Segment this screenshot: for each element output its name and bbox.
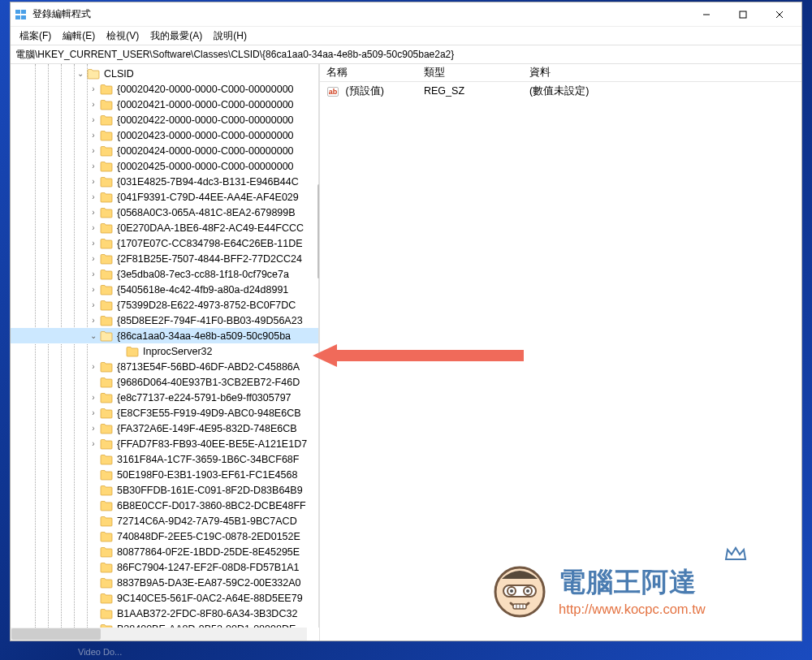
tree-node[interactable]: ›{8713E54F-56BD-46DF-ABD2-C45886A — [11, 359, 319, 374]
tree-node[interactable]: B1AAB372-2FDC-8F80-6A34-3B3DC32 — [11, 606, 319, 621]
tree-toggle[interactable]: ⌄ — [74, 69, 87, 78]
tree-node[interactable]: ›{00020425-0000-0000-C000-00000000 — [11, 158, 319, 174]
tree-node[interactable]: ›{031E4825-7B94-4dc3-B131-E946B44C — [11, 174, 319, 189]
tree-toggle[interactable]: › — [87, 115, 100, 124]
tree-toggle[interactable]: › — [87, 177, 100, 186]
tree-node[interactable]: ›{00020424-0000-0000-C000-00000000 — [11, 143, 319, 158]
tree-toggle[interactable]: › — [87, 84, 100, 93]
tree-node[interactable]: ›{041F9391-C79D-44EE-AA4E-AF4E029 — [11, 189, 319, 205]
tree-toggle[interactable]: › — [87, 393, 100, 402]
tree-label: {FFAD7F83-FB93-40EE-BE5E-A121E1D7 — [115, 438, 309, 450]
tree-toggle[interactable]: › — [87, 162, 100, 170]
tree-toggle[interactable]: › — [87, 254, 100, 263]
tree-toggle[interactable]: › — [87, 300, 100, 309]
folder-icon — [100, 500, 113, 511]
tree-node[interactable]: ›{00020423-0000-0000-C000-00000000 — [11, 127, 319, 143]
tree-node[interactable]: ›{00020422-0000-0000-C000-00000000 — [11, 112, 319, 127]
tree-node[interactable]: 6B8E0CCF-D017-3860-8BC2-DCBE48FF — [11, 498, 319, 513]
tree-node[interactable]: 80877864-0F2E-1BDD-25DE-8E45295E — [11, 544, 319, 559]
tree-node[interactable]: ›{FFAD7F83-FB93-40EE-BE5E-A121E1D7 — [11, 436, 319, 451]
tree-label: 5B30FFDB-161E-C091-8F2D-D83B64B9 — [115, 485, 304, 496]
folder-icon — [100, 438, 113, 450]
tree-node[interactable]: ›{3e5dba08-7ec3-cc88-1f18-0cf79ce7a — [11, 266, 319, 282]
col-type[interactable]: 類型 — [417, 66, 523, 80]
tree-toggle[interactable]: › — [87, 408, 100, 417]
tree-node[interactable]: ›{FA372A6E-149F-4E95-832D-748E6CB — [11, 421, 319, 436]
tree-label: 86FC7904-1247-EF2F-08D8-FD57B1A1 — [115, 562, 300, 573]
vertical-scrollbar-thumb[interactable] — [317, 184, 320, 278]
cell-type: REG_SZ — [417, 85, 523, 97]
tree-toggle[interactable]: › — [87, 100, 100, 109]
tree-node[interactable]: ›{e8c77137-e224-5791-b6e9-ff0305797 — [11, 390, 319, 405]
menu-view[interactable]: 檢視(V) — [101, 28, 145, 45]
tree-toggle[interactable]: › — [87, 208, 100, 217]
tree-toggle[interactable]: ⌄ — [87, 331, 100, 340]
tree-toggle[interactable]: › — [87, 424, 100, 433]
tree-node-selected[interactable]: ⌄{86ca1aa0-34aa-4e8b-a509-50c905ba — [11, 328, 319, 343]
maximize-button[interactable] — [724, 2, 761, 26]
tree-toggle[interactable]: › — [87, 131, 100, 140]
tree-node[interactable]: 740848DF-2EE5-C19C-0878-2ED0152E — [11, 528, 319, 544]
tree-toggle[interactable]: › — [87, 316, 100, 325]
tree-label: 9C140CE5-561F-0AC2-A64E-88D5EE79 — [115, 593, 304, 604]
tree-toggle[interactable]: › — [87, 239, 100, 248]
tree-node[interactable]: ›{5405618e-4c42-4fb9-a80a-d24d8991 — [11, 282, 319, 297]
folder-icon — [100, 161, 113, 172]
tree-node[interactable]: ›{85D8EE2F-794F-41F0-BB03-49D56A23 — [11, 313, 319, 328]
list-row[interactable]: ab (預設值) REG_SZ (數值未設定) — [320, 82, 801, 98]
menu-favorites[interactable]: 我的最愛(A) — [145, 28, 208, 45]
tree-node[interactable]: ›{00020421-0000-0000-C000-00000000 — [11, 97, 319, 112]
tree-pane[interactable]: ⌄CLSID›{00020420-0000-0000-C000-00000000… — [11, 64, 320, 641]
tree-node[interactable]: ›{00020420-0000-0000-C000-00000000 — [11, 81, 319, 97]
folder-icon — [100, 562, 113, 573]
tree-toggle[interactable]: › — [87, 146, 100, 155]
minimize-button[interactable] — [688, 2, 724, 26]
tree-node-clsid[interactable]: ⌄CLSID — [11, 66, 319, 81]
menu-help[interactable]: 說明(H) — [208, 28, 253, 45]
watermark-mascot-icon — [487, 558, 552, 623]
watermark-logo: 電腦王阿達 http://www.kocpc.com.tw — [487, 553, 789, 628]
tree-toggle[interactable]: › — [87, 362, 100, 371]
tree-label: {00020423-0000-0000-C000-00000000 — [115, 130, 296, 141]
tree-node[interactable]: ›{0568A0C3-065A-481C-8EA2-679899B — [11, 205, 319, 220]
folder-icon — [100, 300, 113, 311]
tree-node[interactable]: 9C140CE5-561F-0AC2-A64E-88D5EE79 — [11, 590, 319, 606]
tree-node[interactable]: ›{75399D28-E622-4973-8752-BC0F7DC — [11, 297, 319, 313]
tree-toggle[interactable]: › — [87, 285, 100, 294]
tree-toggle[interactable]: › — [87, 223, 100, 232]
col-data[interactable]: 資料 — [523, 66, 801, 80]
horizontal-scrollbar[interactable] — [11, 628, 307, 641]
col-name[interactable]: 名稱 — [320, 66, 417, 80]
tree-toggle[interactable]: › — [87, 439, 100, 448]
tree-node[interactable]: 86FC7904-1247-EF2F-08D8-FD57B1A1 — [11, 559, 319, 575]
tree-label: 80877864-0F2E-1BDD-25DE-8E45295E — [115, 546, 301, 558]
list-header[interactable]: 名稱 類型 資料 — [320, 64, 801, 82]
tree-node[interactable]: ›{1707E07C-CC834798-E64C26EB-11DE — [11, 235, 319, 251]
tree-node[interactable]: 3161F84A-1C7F-3659-1B6C-34BCF68F — [11, 451, 319, 467]
tree-node-inprocserver32[interactable]: InprocServer32 — [11, 343, 319, 359]
tree-node[interactable]: ›{0E270DAA-1BE6-48F2-AC49-E44FCCC — [11, 220, 319, 235]
folder-icon — [100, 469, 113, 481]
tree-label: {85D8EE2F-794F-41F0-BB03-49D56A23 — [115, 315, 304, 326]
window-controls — [688, 2, 797, 26]
folder-icon — [100, 269, 113, 280]
title-bar[interactable]: 登錄編輯程式 — [11, 2, 801, 27]
address-bar[interactable]: 電腦\HKEY_CURRENT_USER\Software\Classes\CL… — [11, 45, 801, 64]
tree-toggle[interactable]: › — [87, 270, 100, 278]
menu-file[interactable]: 檔案(F) — [14, 28, 57, 45]
tree-node[interactable]: ›{E8CF3E55-F919-49D9-ABC0-948E6CB — [11, 405, 319, 421]
scrollbar-thumb[interactable] — [11, 628, 101, 640]
tree-node[interactable]: ›{2F81B25E-7507-4844-BFF2-77D2CC24 — [11, 251, 319, 266]
tree-node[interactable]: 50E198F0-E3B1-1903-EF61-FC1E4568 — [11, 467, 319, 482]
folder-icon — [100, 408, 113, 419]
tree-toggle[interactable]: › — [87, 192, 100, 201]
tree-node[interactable]: 5B30FFDB-161E-C091-8F2D-D83B64B9 — [11, 482, 319, 498]
tree-node[interactable]: {9686D064-40E937B1-3CB2EB72-F46D — [11, 374, 319, 390]
tree-node[interactable]: 72714C6A-9D42-7A79-45B1-9BC7ACD — [11, 513, 319, 528]
tree-node[interactable]: 8837B9A5-DA3E-EA87-59C2-00E332A0 — [11, 575, 319, 590]
tree-label: {00020421-0000-0000-C000-00000000 — [115, 99, 296, 110]
folder-icon — [100, 546, 113, 558]
menu-edit[interactable]: 編輯(E) — [57, 28, 101, 45]
close-button[interactable] — [761, 2, 797, 26]
app-icon — [15, 8, 28, 21]
